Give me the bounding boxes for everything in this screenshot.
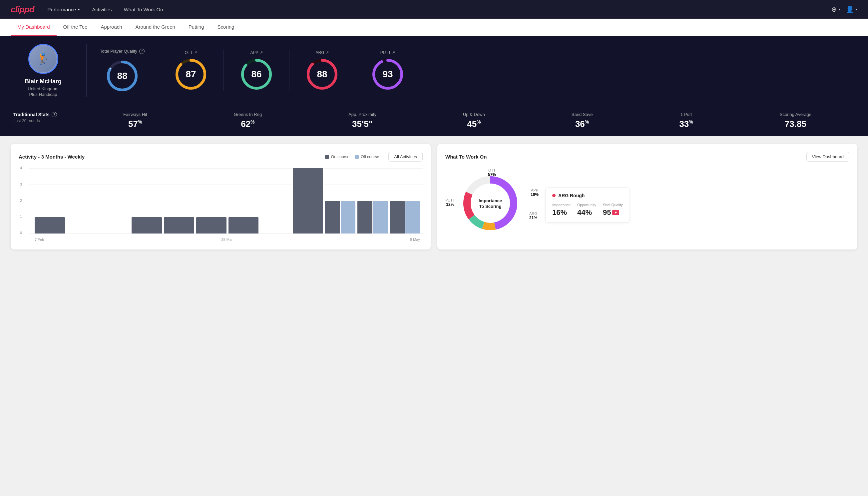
bar-offcourse: [405, 201, 420, 233]
total-quality-section: Total Player Quality ? 88: [86, 49, 158, 93]
add-button[interactable]: ⊕ ▾: [831, 5, 840, 13]
activity-chart-area: 4 3 2 1 0: [19, 168, 423, 242]
stats-sub: Last 20 rounds: [13, 119, 60, 123]
stat-1-putt: 1 Putt 33%: [679, 112, 693, 129]
tab-bar: My Dashboard Off the Tee Approach Around…: [0, 19, 868, 36]
arg-rough-detail-card: ARG Rough Importance 16% Opportunity 44%: [545, 187, 630, 222]
detail-opportunity: Opportunity 44%: [577, 203, 596, 217]
bar-offcourse: [341, 201, 356, 233]
bar-group: [35, 217, 65, 233]
donut-chart-wrapper: OTT 57% APP 10% ARG 21% PUTT: [445, 168, 539, 242]
bar-group: [390, 201, 420, 233]
ring-putt: PUTT ↗ 93: [355, 50, 420, 91]
chart-legend: On course Off course: [325, 155, 379, 159]
avatar-image: 🏌️: [30, 46, 57, 72]
trend-arrow: ↗: [326, 50, 329, 55]
shot-quality-badge: ▼: [612, 210, 619, 215]
total-quality-ring: 88: [106, 59, 139, 93]
legend-offcourse-dot: [355, 155, 359, 159]
detail-shot-quality: Shot Quality 95 ▼: [603, 203, 623, 217]
help-icon[interactable]: ?: [139, 49, 145, 54]
donut-chart: OTT 57% APP 10% ARG 21% PUTT: [445, 168, 539, 242]
brand-logo[interactable]: clippd: [11, 4, 34, 15]
stats-label: Traditional Stats: [13, 112, 50, 117]
detail-importance: Importance 16%: [552, 203, 571, 217]
stat-up-down: Up & Down 45%: [463, 112, 485, 129]
total-quality-value: 88: [117, 71, 127, 81]
legend-offcourse: Off course: [355, 155, 379, 159]
trend-arrow: ↗: [392, 50, 395, 55]
x-axis-labels: 7 Feb 28 Mar 9 May: [32, 237, 423, 242]
ring-arg: ARG ↗ 88: [289, 50, 355, 91]
tab-approach[interactable]: Approach: [94, 19, 129, 36]
player-country: United Kingdom: [28, 86, 59, 91]
tab-around-the-green[interactable]: Around the Green: [129, 19, 182, 36]
arg-value: 88: [317, 69, 327, 80]
all-activities-button[interactable]: All Activities: [388, 152, 423, 161]
stat-scoring-average: Scoring Average 73.85: [780, 112, 811, 129]
nav-activities[interactable]: Activities: [92, 7, 112, 12]
ott-value: 87: [186, 69, 196, 80]
chevron-down-icon: ▾: [78, 7, 80, 12]
nav-what-to-work-on[interactable]: What To Work On: [124, 7, 163, 12]
ring-app: APP ↗ 86: [224, 50, 289, 91]
donut-section: OTT 57% APP 10% ARG 21% PUTT: [445, 168, 849, 242]
tab-putting[interactable]: Putting: [182, 19, 211, 36]
bar-oncourse: [131, 217, 162, 233]
cards-row: Activity - 3 Months - Weekly On course O…: [0, 136, 868, 258]
user-menu-button[interactable]: 👤 ▾: [846, 5, 857, 13]
bar-group: [325, 201, 356, 233]
activity-chart-header: Activity - 3 Months - Weekly On course O…: [19, 152, 423, 161]
bar-group: [164, 217, 194, 233]
donut-label-app: APP 10%: [531, 188, 539, 197]
nav-links: Performance ▾ Activities What To Work On: [48, 7, 831, 12]
avatar: 🏌️: [28, 44, 58, 74]
bar-group: [131, 217, 162, 233]
bar-group: [293, 168, 323, 233]
stat-greens-in-reg: Greens In Reg 62%: [234, 112, 262, 129]
stats-row: Traditional Stats ? Last 20 rounds Fairw…: [0, 105, 868, 136]
legend-oncourse: On course: [325, 155, 349, 159]
chevron-down-icon: ▾: [855, 7, 857, 12]
stat-app-proximity: App. Proximity 35'5": [348, 112, 376, 129]
bar-oncourse: [35, 217, 65, 233]
tab-off-the-tee[interactable]: Off the Tee: [57, 19, 94, 36]
wtwon-title: What To Work On: [445, 154, 487, 159]
wtwon-header: What To Work On View Dashboard: [445, 152, 849, 161]
bar-group: [228, 217, 259, 233]
donut-label-putt: PUTT 12%: [445, 198, 455, 207]
activity-chart-title: Activity - 3 Months - Weekly: [19, 154, 84, 159]
donut-label-arg: ARG 21%: [529, 212, 537, 220]
tab-my-dashboard[interactable]: My Dashboard: [11, 19, 57, 36]
bar-oncourse: [293, 168, 323, 233]
app-ring: 86: [240, 58, 273, 91]
detail-stats: Importance 16% Opportunity 44% Shot Qual…: [552, 203, 623, 217]
total-quality-label: Total Player Quality ?: [100, 49, 145, 54]
chevron-down-icon: ▾: [838, 7, 840, 12]
app-value: 86: [251, 69, 262, 80]
x-label-mar: 28 Mar: [221, 237, 233, 242]
bar-oncourse: [390, 201, 404, 233]
bar-group: [196, 217, 226, 233]
player-name: Blair McHarg: [25, 78, 62, 85]
bar-oncourse: [196, 217, 226, 233]
putt-ring: 93: [371, 58, 404, 91]
stats-help-icon[interactable]: ?: [52, 112, 57, 117]
player-handicap: Plus Handicap: [29, 92, 57, 97]
bar-group: [358, 201, 388, 233]
bar-offcourse: [373, 201, 388, 233]
bars-container: [32, 168, 423, 233]
what-to-work-on-card: What To Work On View Dashboard OTT 57% A…: [437, 144, 857, 249]
donut-center-label: ImportanceTo Scoring: [479, 198, 502, 210]
bar-oncourse: [325, 201, 340, 233]
view-dashboard-button[interactable]: View Dashboard: [806, 152, 849, 161]
arg-rough-indicator: [552, 194, 556, 197]
x-label-feb: 7 Feb: [35, 237, 44, 242]
ring-ott: OTT ↗ 87: [158, 50, 224, 91]
hero-section: 🏌️ Blair McHarg United Kingdom Plus Hand…: [0, 36, 868, 105]
tab-scoring[interactable]: Scoring: [211, 19, 241, 36]
trend-arrow: ↗: [260, 50, 263, 55]
stats-label-group: Traditional Stats ? Last 20 rounds: [13, 112, 73, 123]
nav-performance[interactable]: Performance ▾: [48, 7, 80, 12]
bar-oncourse: [358, 201, 372, 233]
